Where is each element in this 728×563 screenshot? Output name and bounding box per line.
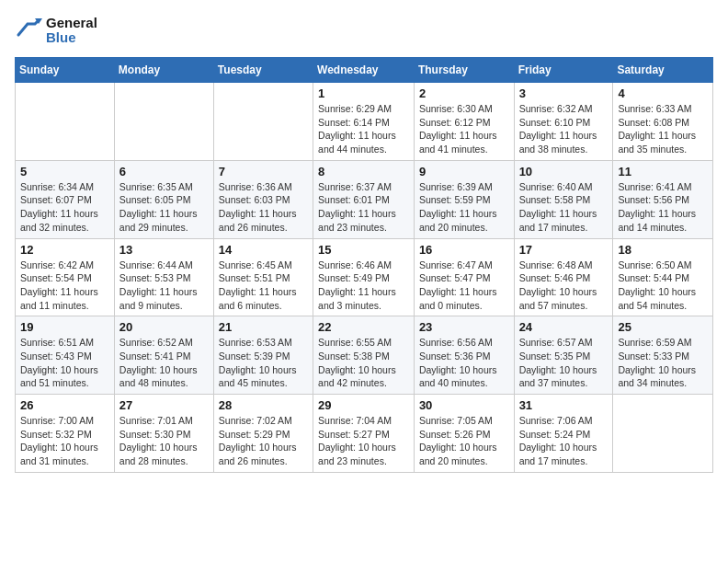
calendar-cell: 7Sunrise: 6:36 AM Sunset: 6:03 PM Daylig… xyxy=(213,160,313,238)
calendar-cell: 25Sunrise: 6:59 AM Sunset: 5:33 PM Dayli… xyxy=(613,316,713,395)
day-number: 14 xyxy=(219,243,308,257)
day-number: 17 xyxy=(519,243,609,257)
day-number: 19 xyxy=(20,320,109,334)
calendar-cell xyxy=(16,83,115,161)
day-info: Sunrise: 6:45 AM Sunset: 5:51 PM Dayligh… xyxy=(219,259,308,313)
day-number: 20 xyxy=(119,320,209,334)
day-number: 3 xyxy=(519,86,609,100)
header-wednesday: Wednesday xyxy=(313,58,415,83)
day-info: Sunrise: 6:44 AM Sunset: 5:53 PM Dayligh… xyxy=(119,259,209,313)
day-info: Sunrise: 6:51 AM Sunset: 5:43 PM Dayligh… xyxy=(20,336,109,390)
logo-blue: Blue xyxy=(46,30,97,46)
day-number: 31 xyxy=(519,398,609,412)
day-number: 29 xyxy=(318,398,409,412)
day-info: Sunrise: 6:33 AM Sunset: 6:08 PM Dayligh… xyxy=(618,102,708,156)
day-number: 11 xyxy=(618,165,708,178)
day-number: 30 xyxy=(419,398,509,412)
calendar-cell: 1Sunrise: 6:29 AM Sunset: 6:14 PM Daylig… xyxy=(313,83,415,161)
day-info: Sunrise: 6:59 AM Sunset: 5:33 PM Dayligh… xyxy=(618,336,708,390)
day-info: Sunrise: 6:55 AM Sunset: 5:38 PM Dayligh… xyxy=(318,336,409,390)
header-saturday: Saturday xyxy=(613,58,713,83)
calendar-week-2: 5Sunrise: 6:34 AM Sunset: 6:07 PM Daylig… xyxy=(16,160,713,238)
day-info: Sunrise: 6:37 AM Sunset: 6:01 PM Dayligh… xyxy=(318,180,409,235)
calendar-cell: 9Sunrise: 6:39 AM Sunset: 5:59 PM Daylig… xyxy=(414,160,514,238)
calendar-cell: 11Sunrise: 6:41 AM Sunset: 5:56 PM Dayli… xyxy=(613,160,713,238)
day-info: Sunrise: 7:06 AM Sunset: 5:24 PM Dayligh… xyxy=(519,414,609,468)
day-info: Sunrise: 7:05 AM Sunset: 5:26 PM Dayligh… xyxy=(419,414,509,468)
day-info: Sunrise: 7:01 AM Sunset: 5:30 PM Dayligh… xyxy=(119,414,209,468)
day-info: Sunrise: 6:36 AM Sunset: 6:03 PM Dayligh… xyxy=(219,180,308,235)
day-number: 16 xyxy=(419,243,509,257)
calendar-week-3: 12Sunrise: 6:42 AM Sunset: 5:54 PM Dayli… xyxy=(16,238,713,316)
calendar-cell: 3Sunrise: 6:32 AM Sunset: 6:10 PM Daylig… xyxy=(514,83,613,161)
calendar-cell: 31Sunrise: 7:06 AM Sunset: 5:24 PM Dayli… xyxy=(514,395,613,473)
day-number: 26 xyxy=(20,398,109,412)
day-number: 10 xyxy=(519,165,609,178)
day-number: 8 xyxy=(318,165,409,178)
day-info: Sunrise: 6:48 AM Sunset: 5:46 PM Dayligh… xyxy=(519,259,609,313)
calendar-cell xyxy=(114,83,213,161)
calendar-cell: 5Sunrise: 6:34 AM Sunset: 6:07 PM Daylig… xyxy=(16,160,115,238)
day-info: Sunrise: 6:42 AM Sunset: 5:54 PM Dayligh… xyxy=(20,259,109,313)
day-info: Sunrise: 6:50 AM Sunset: 5:44 PM Dayligh… xyxy=(618,259,708,313)
calendar-cell: 12Sunrise: 6:42 AM Sunset: 5:54 PM Dayli… xyxy=(16,238,115,316)
day-info: Sunrise: 6:52 AM Sunset: 5:41 PM Dayligh… xyxy=(119,336,209,390)
day-info: Sunrise: 6:30 AM Sunset: 6:12 PM Dayligh… xyxy=(419,102,509,156)
calendar-cell: 29Sunrise: 7:04 AM Sunset: 5:27 PM Dayli… xyxy=(313,395,415,473)
calendar-week-1: 1Sunrise: 6:29 AM Sunset: 6:14 PM Daylig… xyxy=(16,83,713,161)
calendar-cell: 15Sunrise: 6:46 AM Sunset: 5:49 PM Dayli… xyxy=(313,238,415,316)
day-number: 18 xyxy=(618,243,708,257)
day-info: Sunrise: 6:53 AM Sunset: 5:39 PM Dayligh… xyxy=(219,336,308,390)
calendar-cell: 30Sunrise: 7:05 AM Sunset: 5:26 PM Dayli… xyxy=(414,395,514,473)
calendar-cell: 19Sunrise: 6:51 AM Sunset: 5:43 PM Dayli… xyxy=(16,316,115,395)
day-info: Sunrise: 6:46 AM Sunset: 5:49 PM Dayligh… xyxy=(318,259,409,313)
day-info: Sunrise: 6:35 AM Sunset: 6:05 PM Dayligh… xyxy=(119,180,209,235)
calendar-cell: 6Sunrise: 6:35 AM Sunset: 6:05 PM Daylig… xyxy=(114,160,213,238)
day-number: 12 xyxy=(20,243,109,257)
day-number: 21 xyxy=(219,320,308,334)
day-number: 22 xyxy=(318,320,409,334)
day-info: Sunrise: 6:32 AM Sunset: 6:10 PM Dayligh… xyxy=(519,102,609,156)
calendar-cell: 17Sunrise: 6:48 AM Sunset: 5:46 PM Dayli… xyxy=(514,238,613,316)
day-number: 1 xyxy=(318,86,409,100)
calendar-cell: 2Sunrise: 6:30 AM Sunset: 6:12 PM Daylig… xyxy=(414,83,514,161)
day-info: Sunrise: 6:41 AM Sunset: 5:56 PM Dayligh… xyxy=(618,180,708,235)
logo-graphic: General Blue xyxy=(15,15,97,46)
day-number: 13 xyxy=(119,243,209,257)
calendar-cell: 10Sunrise: 6:40 AM Sunset: 5:58 PM Dayli… xyxy=(514,160,613,238)
calendar-cell xyxy=(613,395,713,473)
day-number: 27 xyxy=(119,398,209,412)
calendar-cell: 16Sunrise: 6:47 AM Sunset: 5:47 PM Dayli… xyxy=(414,238,514,316)
day-info: Sunrise: 6:34 AM Sunset: 6:07 PM Dayligh… xyxy=(20,180,109,235)
calendar-cell: 28Sunrise: 7:02 AM Sunset: 5:29 PM Dayli… xyxy=(213,395,313,473)
calendar-cell: 21Sunrise: 6:53 AM Sunset: 5:39 PM Dayli… xyxy=(213,316,313,395)
logo-svg xyxy=(15,15,42,42)
calendar-cell: 24Sunrise: 6:57 AM Sunset: 5:35 PM Dayli… xyxy=(514,316,613,395)
calendar-cell: 18Sunrise: 6:50 AM Sunset: 5:44 PM Dayli… xyxy=(613,238,713,316)
day-info: Sunrise: 6:29 AM Sunset: 6:14 PM Dayligh… xyxy=(318,102,409,156)
day-info: Sunrise: 6:47 AM Sunset: 5:47 PM Dayligh… xyxy=(419,259,509,313)
day-number: 9 xyxy=(419,165,509,178)
day-info: Sunrise: 6:40 AM Sunset: 5:58 PM Dayligh… xyxy=(519,180,609,235)
page-header: General Blue xyxy=(15,15,713,46)
day-info: Sunrise: 6:56 AM Sunset: 5:36 PM Dayligh… xyxy=(419,336,509,390)
day-info: Sunrise: 6:39 AM Sunset: 5:59 PM Dayligh… xyxy=(419,180,509,235)
day-number: 15 xyxy=(318,243,409,257)
day-number: 24 xyxy=(519,320,609,334)
day-number: 28 xyxy=(219,398,308,412)
calendar-cell: 8Sunrise: 6:37 AM Sunset: 6:01 PM Daylig… xyxy=(313,160,415,238)
day-info: Sunrise: 7:00 AM Sunset: 5:32 PM Dayligh… xyxy=(20,414,109,468)
day-info: Sunrise: 7:02 AM Sunset: 5:29 PM Dayligh… xyxy=(219,414,308,468)
header-monday: Monday xyxy=(114,58,213,83)
day-number: 25 xyxy=(618,320,708,334)
calendar-cell: 14Sunrise: 6:45 AM Sunset: 5:51 PM Dayli… xyxy=(213,238,313,316)
day-number: 7 xyxy=(219,165,308,178)
day-number: 6 xyxy=(119,165,209,178)
calendar-cell xyxy=(213,83,313,161)
day-number: 4 xyxy=(618,86,708,100)
day-info: Sunrise: 6:57 AM Sunset: 5:35 PM Dayligh… xyxy=(519,336,609,390)
calendar-table: SundayMondayTuesdayWednesdayThursdayFrid… xyxy=(15,57,713,473)
day-number: 2 xyxy=(419,86,509,100)
calendar-header-row: SundayMondayTuesdayWednesdayThursdayFrid… xyxy=(16,58,713,83)
logo-general: General xyxy=(46,16,97,31)
